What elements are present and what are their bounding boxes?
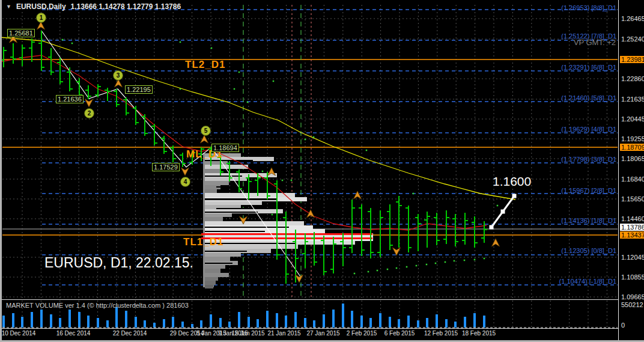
date-axis-label: 10 Dec 2014 [2,330,36,337]
price-axis-tick: 550212 [621,301,643,308]
murrey-level-label: (1.12305) [0/8]_D1 [561,247,616,254]
price-axis-tick: 1.23981 [620,56,644,63]
swing-number-marker: 5 [201,126,211,136]
swing-number-marker: 3 [113,70,123,81]
murrey-level-label: (1.21460) [5/8]_D1 [561,94,616,102]
date-axis-label: 16 Dec 2014 [56,330,91,337]
murrey-level-label: (1.14136) [1/8]_D1 [561,217,616,224]
price-axis-tick: 1.10855 [621,273,644,281]
price-axis-tick: 1.16840 [621,176,644,183]
vp-gmt-label: VP GMT: +2 [574,38,616,47]
murrey-level-label: (1.26953) [8/8]_D1 [561,4,616,11]
trendline2-label: TL2_D1 [185,59,225,71]
swing-price-label: 1.22195 [125,85,153,94]
price-axis-tick: 1.13786 [620,224,644,231]
date-axis-label: 2 Feb 2015 [347,330,377,337]
price-axis-tick: 1.09665 [621,293,644,301]
swing-price-label: 1.17529 [152,163,180,171]
price-axis-tick: 1.18709 [620,144,644,151]
volume-indicator-header: MARKET VOLUME ver 1.4 (© http://clusterd… [6,302,189,309]
price-axis-tick: 1.18065 [621,155,644,162]
price-axis-tick: 1.14460 [621,215,644,222]
chart-dropdown-icon[interactable]: ▼ [6,4,11,10]
swing-number-marker: 1 [36,13,46,23]
price-axis-tick: 1.22860 [621,75,644,82]
chart-watermark: EURUSD, D1, 22.02.15. [44,255,193,271]
swing-number-marker: 2 [84,108,94,118]
date-axis-label: 22 Dec 2014 [113,330,147,337]
date-axis-label: 18 Feb 2015 [462,330,496,337]
murrey-level-label: (1.15967) [2/8]_D1 [561,187,616,194]
murrey-level-label: (1.17798) [3/8]_D1 [561,156,616,163]
chart-canvas[interactable] [0,0,644,342]
murrey-level-label: (1.23291) [6/8]_D1 [561,64,616,71]
chart-titlebar: ▼ EURUSD,Daily 1.13666 1.14278 1.12779 1… [6,2,181,11]
mt4-chart-window: ▼ EURUSD,Daily 1.13666 1.14278 1.12779 1… [0,0,644,342]
price-axis-separator [618,0,619,340]
date-axis-label: 21 Jan 2015 [267,330,300,337]
date-axis-label: 12 Feb 2015 [424,330,458,337]
price-axis-tick: 1.20445 [621,115,644,123]
price-axis-tick: 1.12045 [621,254,644,261]
price-axis-tick: 1.25240 [621,35,644,43]
date-axis-label: 27 Jan 2015 [306,330,339,337]
trendline1-label: TL1_D1 [183,236,223,248]
price-axis-tick: 1.26465 [621,15,644,22]
price-axis-tick: 1.13437 [620,231,644,239]
chart-title: EURUSD,Daily [16,2,66,11]
price-axis-tick: 1.15650 [621,195,644,203]
swing-price-label: 1.25681 [7,29,35,37]
murrey-level-label: (1.10474) [-1/8]_D1 [559,278,616,285]
price-axis-tick: 1.21635 [621,96,644,103]
volume-pane-top-separator [0,299,619,300]
murrey-level-label: (1.19629) [4/8]_D1 [561,126,616,133]
swing-price-label: 1.18694 [211,144,239,152]
price-axis-tick: 1.19255 [621,135,644,142]
price-axis-tick: 0 [621,322,625,329]
price-target-label: 1.1600 [493,174,531,189]
swing-number-marker: 4 [180,177,190,187]
window-left-edge [0,0,2,342]
date-axis-label: 6 Feb 2015 [384,330,415,337]
date-axis-label: 15 Jan 2015 [231,330,264,337]
swing-price-label: 1.21636 [56,95,84,103]
chart-ohlc-readout: 1.13666 1.14278 1.12779 1.13786 [71,2,181,11]
volume-pane-bottom-separator [0,328,619,329]
